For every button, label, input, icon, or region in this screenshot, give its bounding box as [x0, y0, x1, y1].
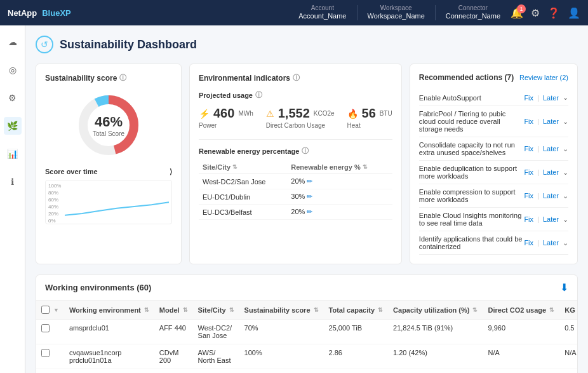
action-chevron-3[interactable]: ⌄ — [563, 168, 568, 177]
th-checkbox: ▼ — [36, 301, 64, 320]
action-chevron-0[interactable]: ⌄ — [563, 93, 568, 102]
metric-carbon-row: ⚠ 1,552 KCO2e — [266, 106, 335, 121]
row-co2-0: 9,960 — [483, 320, 559, 344]
row-we-name-0[interactable]: amsprdclu01 — [64, 320, 154, 344]
renewable-info-icon[interactable]: ⓘ — [302, 146, 309, 156]
metric-power: ⚡ 460 MWh Power — [199, 106, 253, 129]
th-co2[interactable]: Direct CO2 usage ⇅ — [483, 301, 559, 320]
action-chevron-2[interactable]: ⌄ — [563, 145, 568, 153]
sidebar-icon-settings[interactable]: ⚙ — [4, 89, 22, 107]
chart-expand-icon[interactable]: ⟩ — [170, 168, 172, 176]
action-row-3: Enable deduplication to support more wor… — [419, 161, 568, 184]
renewable-percent-2: 20% ✏ — [287, 205, 392, 220]
user-icon[interactable]: 👤 — [568, 7, 580, 19]
action-fix-3[interactable]: Fix — [524, 168, 533, 176]
page-header: ↺ Sustainability Dashboard — [36, 36, 578, 53]
action-chevron-4[interactable]: ⌄ — [563, 192, 568, 200]
actions-title: Recommended actions (7) — [419, 73, 514, 82]
th-model[interactable]: Model ⇅ — [154, 301, 193, 320]
we-header: Working environments (60) ⬇ — [36, 275, 577, 301]
carbon-label: Direct Carbon Usage — [266, 122, 335, 129]
select-all-checkbox[interactable] — [41, 306, 50, 314]
row-totalcap-1: 2.86 — [324, 344, 389, 369]
sort-icon-site[interactable]: ⇅ — [232, 164, 237, 170]
action-later-0[interactable]: Later — [543, 94, 559, 102]
row-caputil-1: 1.20 (42%) — [388, 344, 483, 369]
renewable-site-0: West-DC2/San Jose — [199, 174, 287, 189]
renewable-row: EU-DC1/Dublin 30% ✏ — [199, 189, 392, 205]
sidebar-icon-info[interactable]: ℹ — [4, 173, 22, 191]
env-panel: Environmental indicators ⓘ Projected usa… — [189, 64, 402, 264]
action-fix-4[interactable]: Fix — [524, 192, 533, 200]
account-value: Account_Name — [298, 12, 346, 20]
connector-nav[interactable]: Connector Connector_Name — [446, 4, 500, 20]
action-chevron-6[interactable]: ⌄ — [563, 239, 568, 247]
review-later-btn[interactable]: Review later (2) — [519, 74, 568, 81]
th-cap-util[interactable]: Capacity utilization (%) ⇅ — [388, 301, 483, 320]
action-fix-1[interactable]: Fix — [524, 118, 533, 125]
workspace-value: Workspace_Name — [368, 12, 425, 20]
sidebar-icon-cloud[interactable]: ☁ — [4, 33, 22, 51]
top-navigation: NetApp BlueXP Account Account_Name Works… — [0, 0, 588, 25]
sidebar-icon-leaf[interactable]: 🌿 — [4, 117, 22, 135]
mini-chart-area: 100% 80% 60% 40% 20% 0% — [45, 180, 172, 224]
donut-chart: 46% Total Score — [74, 90, 144, 160]
workspace-nav[interactable]: Workspace Workspace_Name — [368, 4, 425, 20]
row-we-name-1[interactable]: cvqawsue1ncorp prdclu01n01a — [64, 344, 154, 369]
mini-chart-svg — [65, 180, 169, 224]
renewable-table: Site/City ⇅ Renewable energy % ⇅ — [199, 161, 392, 220]
we-table-scroll[interactable]: ▼ Working environment ⇅ Model ⇅ Site/Cit… — [36, 301, 577, 373]
power-unit: MWh — [238, 110, 253, 117]
account-nav[interactable]: Account Account_Name — [298, 4, 346, 20]
action-fix-6[interactable]: Fix — [524, 239, 533, 247]
table-row: cvqawsue1ncorp prdclu01n01a CDvM 200 AWS… — [36, 344, 577, 369]
help-icon[interactable]: ❓ — [547, 7, 560, 19]
th-site[interactable]: Site/City ⇅ — [193, 301, 239, 320]
edit-icon-2[interactable]: ✏ — [307, 208, 312, 215]
action-chevron-5[interactable]: ⌄ — [563, 215, 568, 224]
action-links-3: Fix | Later ⌄ — [524, 168, 568, 177]
row-checkbox-1[interactable] — [36, 344, 64, 369]
actions-panel: Recommended actions (7) Review later (2)… — [410, 64, 578, 264]
action-fix-5[interactable]: Fix — [524, 215, 533, 223]
row-model-0: AFF 440 — [154, 320, 193, 344]
action-later-5[interactable]: Later — [543, 215, 559, 223]
action-text-6: Identify applications that could be cont… — [419, 235, 525, 250]
sort-icon-percent[interactable]: ⇅ — [363, 164, 368, 170]
row-checkbox-2[interactable] — [36, 369, 64, 374]
action-row-6: Identify applications that could be cont… — [419, 231, 568, 255]
action-fix-2[interactable]: Fix — [524, 145, 533, 153]
action-text-5: Enable Cloud Insights monitoring to see … — [419, 212, 525, 227]
th-working-env[interactable]: Working environment ⇅ — [64, 301, 154, 320]
action-later-6[interactable]: Later — [543, 239, 559, 247]
env-info-icon[interactable]: ⓘ — [293, 73, 300, 83]
proj-info-icon[interactable]: ⓘ — [255, 90, 262, 100]
action-later-1[interactable]: Later — [543, 118, 559, 125]
action-later-4[interactable]: Later — [543, 192, 559, 200]
th-kg-carbon[interactable]: KG carbon/TB ⇅ — [559, 301, 577, 320]
checkbox-1[interactable] — [41, 349, 50, 357]
edit-icon-1[interactable]: ✏ — [307, 193, 312, 200]
action-later-2[interactable]: Later — [543, 145, 559, 153]
bell-icon[interactable]: 🔔 1 — [511, 7, 523, 19]
row-model-2: AFF 440 — [154, 369, 193, 374]
th-total-cap[interactable]: Total capacity ⇅ — [324, 301, 389, 320]
th-score[interactable]: Sustainability score ⇅ — [239, 301, 324, 320]
checkbox-0[interactable] — [41, 324, 50, 332]
settings-icon[interactable]: ⚙ — [531, 7, 540, 19]
sort-we[interactable]: ▼ — [53, 307, 59, 313]
sidebar-icon-circle[interactable]: ◎ — [4, 61, 22, 79]
row-we-name-2[interactable]: amsprdclu02 — [64, 369, 154, 374]
page-header-icon: ↺ — [36, 36, 53, 53]
renewable-site-1: EU-DC1/Dublin — [199, 189, 287, 205]
row-checkbox-0[interactable] — [36, 320, 64, 344]
sidebar-icon-chart[interactable]: 📊 — [4, 145, 22, 163]
action-chevron-1[interactable]: ⌄ — [563, 118, 568, 126]
metric-heat-row: 🔥 56 BTU — [347, 106, 392, 121]
score-info-icon[interactable]: ⓘ — [119, 73, 126, 83]
action-later-3[interactable]: Later — [543, 168, 559, 176]
download-icon[interactable]: ⬇ — [560, 281, 568, 294]
action-text-2: Consolidate capacity to not run extra un… — [419, 141, 525, 156]
action-fix-0[interactable]: Fix — [524, 94, 533, 102]
edit-icon-0[interactable]: ✏ — [307, 177, 312, 185]
